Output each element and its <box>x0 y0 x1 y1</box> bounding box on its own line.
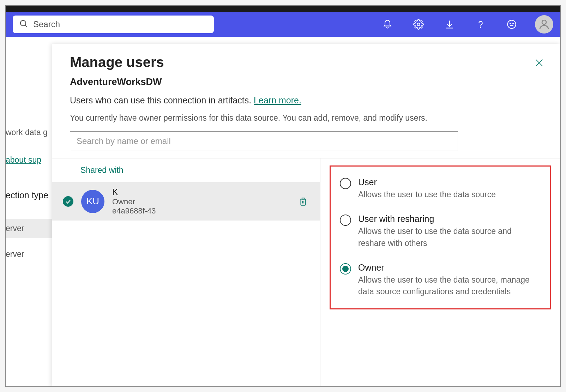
role-title: Owner <box>358 263 541 273</box>
close-button[interactable] <box>533 56 546 69</box>
role-title: User with resharing <box>358 214 541 224</box>
selected-check-icon <box>63 196 73 207</box>
svg-line-1 <box>25 25 27 27</box>
svg-point-6 <box>513 23 513 24</box>
svg-point-0 <box>20 20 26 26</box>
user-avatar[interactable] <box>535 15 553 34</box>
svg-point-4 <box>507 20 516 28</box>
radio-icon[interactable] <box>340 178 351 189</box>
user-row[interactable]: KU K Owner e4a9688f-43 <box>52 182 320 221</box>
notifications-icon[interactable] <box>379 16 396 33</box>
role-option-owner[interactable]: Owner Allows the user to use the data so… <box>340 263 541 298</box>
role-title: User <box>358 177 496 187</box>
radio-icon[interactable] <box>340 263 351 275</box>
role-desc: Allows the user to use the data source <box>358 189 496 200</box>
user-id: e4a9688f-43 <box>112 206 289 216</box>
svg-point-2 <box>417 23 420 26</box>
app-header <box>6 12 560 37</box>
panel-description: Users who can use this connection in art… <box>70 95 543 105</box>
datasource-name: AdventureWorksDW <box>70 77 543 88</box>
users-list: Shared with KU K Owner e4a9688f-43 <box>52 158 320 386</box>
feedback-icon[interactable] <box>503 16 520 33</box>
permission-note: You currently have owner permissions for… <box>70 113 543 123</box>
role-selection: User Allows the user to use the data sou… <box>320 158 560 386</box>
delete-user-button[interactable] <box>297 195 309 208</box>
svg-point-5 <box>510 23 511 24</box>
window-titlebar <box>6 6 560 12</box>
learn-more-link[interactable]: Learn more. <box>254 95 301 105</box>
shared-with-tab[interactable]: Shared with <box>52 158 320 182</box>
bg-link[interactable]: about sup <box>6 155 41 164</box>
role-desc: Allows the user to use the data source a… <box>358 225 541 249</box>
download-icon[interactable] <box>441 16 458 33</box>
global-search-wrap <box>13 16 214 33</box>
desc-text: Users who can use this connection in art… <box>70 95 254 105</box>
svg-point-8 <box>542 20 546 24</box>
radio-icon[interactable] <box>340 215 351 226</box>
user-role: Owner <box>112 197 289 206</box>
user-search-input[interactable] <box>70 131 458 151</box>
panel-title: Manage users <box>70 54 543 70</box>
help-icon[interactable] <box>472 16 489 33</box>
settings-icon[interactable] <box>410 16 427 33</box>
role-desc: Allows the user to use the data source, … <box>358 274 541 298</box>
search-icon <box>19 19 28 30</box>
global-search-input[interactable] <box>13 16 214 33</box>
bg-label: ection type <box>6 190 48 200</box>
role-option-user[interactable]: User Allows the user to use the data sou… <box>340 177 541 200</box>
role-option-user-resharing[interactable]: User with resharing Allows the user to u… <box>340 214 541 249</box>
user-initials-avatar: KU <box>81 190 104 213</box>
roles-highlight-box: User Allows the user to use the data sou… <box>330 165 551 309</box>
user-name: K <box>112 187 289 197</box>
manage-users-panel: Manage users AdventureWorksDW Users who … <box>52 44 560 386</box>
user-info: K Owner e4a9688f-43 <box>112 187 289 216</box>
svg-point-3 <box>480 27 481 28</box>
